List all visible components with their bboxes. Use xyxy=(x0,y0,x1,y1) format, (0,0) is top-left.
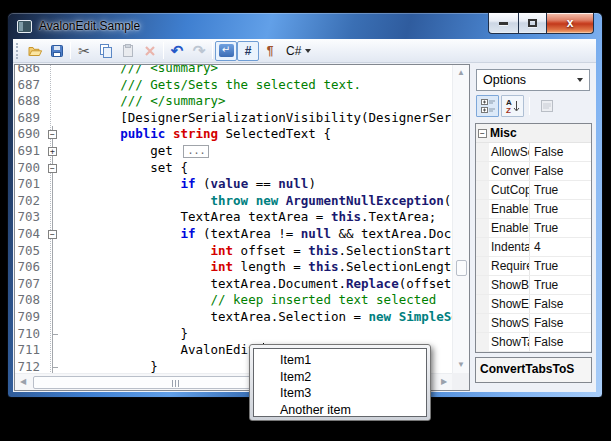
property-value[interactable]: False xyxy=(529,295,591,313)
category-row[interactable]: − Misc xyxy=(476,124,591,143)
fold-margin[interactable] xyxy=(45,342,60,359)
property-value[interactable]: True xyxy=(529,276,591,294)
property-name: ShowBox xyxy=(489,278,529,292)
code-line[interactable]: 703 TextArea textArea = this.TextArea; xyxy=(15,209,452,226)
code-editor[interactable]: 686 /// <summary>687 /// Gets/Sets the s… xyxy=(14,64,470,391)
vertical-scrollbar-thumb[interactable] xyxy=(456,260,467,276)
property-row[interactable]: RequireCoTrue xyxy=(476,257,591,276)
fold-toggle-icon[interactable]: + xyxy=(48,147,57,156)
code-line[interactable]: 708 // keep inserted text selected xyxy=(15,292,452,309)
fold-margin[interactable] xyxy=(45,77,60,94)
fold-margin[interactable] xyxy=(45,359,60,373)
property-row[interactable]: Indentatio4 xyxy=(476,238,591,257)
property-value[interactable]: False xyxy=(529,162,591,180)
cut-button[interactable]: ✂ xyxy=(73,41,95,61)
fold-margin[interactable] xyxy=(45,276,60,293)
property-row[interactable]: CutCopyWTrue xyxy=(476,181,591,200)
close-button[interactable]: x xyxy=(547,13,594,34)
property-value[interactable]: False xyxy=(529,333,591,351)
code-line[interactable]: 688 /// </summary> xyxy=(15,93,452,110)
fold-margin[interactable]: + xyxy=(45,143,60,160)
property-value[interactable]: True xyxy=(529,257,591,275)
categorized-view-button[interactable] xyxy=(476,95,499,117)
paste-button[interactable] xyxy=(117,41,139,61)
property-value[interactable]: True xyxy=(529,219,591,237)
property-grid[interactable]: − Misc AllowScroFalseConvertTaFalseCutCo… xyxy=(475,123,592,353)
property-value[interactable]: True xyxy=(529,200,591,218)
property-row[interactable]: EnableHyTrue xyxy=(476,219,591,238)
code-line[interactable]: 709 textArea.Selection = new SimpleSele xyxy=(15,309,452,326)
property-row[interactable]: ShowBoxTrue xyxy=(476,276,591,295)
fold-margin[interactable] xyxy=(45,193,60,210)
completion-item[interactable]: Item3 xyxy=(254,385,426,402)
fold-margin[interactable] xyxy=(45,64,60,77)
toolbar-grip[interactable] xyxy=(16,43,21,59)
word-wrap-toggle[interactable]: ↵ xyxy=(215,41,237,61)
alphabetical-sort-button[interactable]: A Z xyxy=(501,95,524,117)
completion-item[interactable]: Item2 xyxy=(254,369,426,386)
code-line[interactable]: 706 int length = this.SelectionLength; xyxy=(15,259,452,276)
vertical-scrollbar[interactable]: ▲ ▼ xyxy=(452,65,469,373)
open-button[interactable] xyxy=(24,41,46,61)
code-line[interactable]: 702 throw new ArgumentNullException("va xyxy=(15,193,452,210)
property-row[interactable]: AllowScroFalse xyxy=(476,143,591,162)
property-row[interactable]: ShowSpaFalse xyxy=(476,314,591,333)
property-value[interactable]: False xyxy=(529,314,591,332)
completion-item[interactable]: Item1 xyxy=(254,352,426,369)
collapse-category-icon[interactable]: − xyxy=(478,129,487,138)
fold-margin[interactable] xyxy=(45,110,60,127)
property-value[interactable]: 4 xyxy=(529,238,591,256)
fold-margin[interactable] xyxy=(45,309,60,326)
code-line[interactable]: 704− if (textArea != null && textArea.Do… xyxy=(15,226,452,243)
code-line[interactable]: 686 /// <summary> xyxy=(15,64,452,77)
code-line[interactable]: 707 textArea.Document.Replace(offset, l xyxy=(15,276,452,293)
scroll-left-arrow[interactable]: ◀ xyxy=(15,374,31,390)
code-line[interactable]: 689 [DesignerSerializationVisibility(Des… xyxy=(15,110,452,127)
fold-toggle-icon[interactable]: − xyxy=(48,164,57,173)
code-line[interactable]: 687 /// Gets/Sets the selected text. xyxy=(15,77,452,94)
fold-margin[interactable]: − xyxy=(45,226,60,243)
options-dropdown[interactable]: Options xyxy=(476,69,590,91)
syntax-highlighting-combo[interactable]: C# xyxy=(281,42,316,60)
code-line[interactable]: 690− public string SelectedText { xyxy=(15,126,452,143)
code-line[interactable]: 701 if (value == null) xyxy=(15,176,452,193)
save-button[interactable] xyxy=(46,41,68,61)
code-line[interactable]: 691+ get ... xyxy=(15,143,452,160)
minimize-button[interactable] xyxy=(488,13,518,34)
maximize-button[interactable] xyxy=(518,13,547,34)
property-row[interactable]: ConvertTaFalse xyxy=(476,162,591,181)
fold-margin[interactable] xyxy=(45,243,60,260)
fold-margin[interactable] xyxy=(45,93,60,110)
fold-toggle-icon[interactable]: − xyxy=(48,130,57,139)
line-numbers-toggle[interactable]: # xyxy=(237,41,259,61)
folded-section-box[interactable]: ... xyxy=(183,145,209,158)
window-content: ✂ ↶ ↷ ↵ xyxy=(13,39,596,392)
property-value[interactable]: True xyxy=(529,181,591,199)
scroll-right-arrow[interactable]: ▶ xyxy=(436,374,452,390)
code-line[interactable]: 705 int offset = this.SelectionStart; xyxy=(15,243,452,260)
fold-margin[interactable] xyxy=(45,259,60,276)
fold-margin[interactable] xyxy=(45,326,60,343)
code-lines[interactable]: 686 /// <summary>687 /// Gets/Sets the s… xyxy=(15,64,452,373)
property-value[interactable]: False xyxy=(529,143,591,161)
completion-list[interactable]: Item1Item2Item3Another item xyxy=(253,348,427,417)
completion-item[interactable]: Another item xyxy=(254,402,426,419)
redo-button[interactable]: ↷ xyxy=(188,41,210,61)
property-row[interactable]: EnableEmTrue xyxy=(476,200,591,219)
scroll-up-arrow[interactable]: ▲ xyxy=(453,65,469,81)
fold-margin[interactable] xyxy=(45,176,60,193)
show-formatting-toggle[interactable]: ¶ xyxy=(259,41,281,61)
scroll-down-arrow[interactable]: ▼ xyxy=(453,357,469,373)
code-line[interactable]: 710 } xyxy=(15,326,452,343)
property-row[interactable]: ShowEndFalse xyxy=(476,295,591,314)
fold-margin[interactable] xyxy=(45,292,60,309)
fold-margin[interactable]: − xyxy=(45,126,60,143)
code-line[interactable]: 700− set { xyxy=(15,160,452,177)
delete-button[interactable] xyxy=(139,41,161,61)
copy-button[interactable] xyxy=(95,41,117,61)
fold-toggle-icon[interactable]: − xyxy=(48,230,57,239)
undo-button[interactable]: ↶ xyxy=(166,41,188,61)
fold-margin[interactable] xyxy=(45,209,60,226)
property-row[interactable]: ShowTabFalse xyxy=(476,333,591,352)
fold-margin[interactable]: − xyxy=(45,160,60,177)
